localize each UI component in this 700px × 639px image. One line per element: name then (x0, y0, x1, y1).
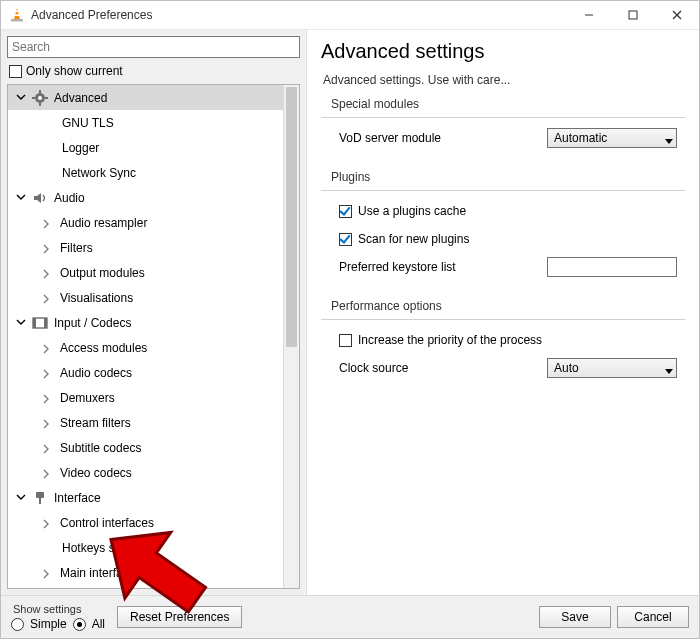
chevron-right-icon[interactable] (42, 468, 52, 478)
tree-item-access-modules[interactable]: Access modules (8, 335, 284, 360)
minimize-button[interactable] (567, 1, 611, 29)
svg-rect-11 (39, 103, 41, 106)
group-performance: Performance options Increase the priorit… (321, 299, 685, 390)
tree-cat-playlist[interactable]: Playlist (8, 585, 284, 588)
chevron-right-icon[interactable] (42, 368, 52, 378)
close-button[interactable] (655, 1, 699, 29)
settings-panel: Advanced settings Advanced settings. Use… (307, 30, 699, 595)
tree-scrollbar[interactable] (283, 85, 299, 588)
tree-item-visualisations[interactable]: Visualisations (8, 285, 284, 310)
row-vod-server: VoD server module Automatic (339, 128, 677, 148)
chevron-down-icon[interactable] (16, 492, 28, 504)
chevron-down-icon (665, 134, 673, 148)
tree-item-output-modules[interactable]: Output modules (8, 260, 284, 285)
chevron-right-icon[interactable] (42, 243, 52, 253)
chevron-right-icon[interactable] (42, 518, 52, 528)
tree-item-demuxers[interactable]: Demuxers (8, 385, 284, 410)
increase-priority-checkbox[interactable] (339, 334, 352, 347)
only-show-current-label: Only show current (26, 64, 123, 78)
row-keystore: Preferred keystore list (339, 257, 677, 277)
chevron-right-icon[interactable] (42, 443, 52, 453)
show-settings-label: Show settings (13, 603, 105, 615)
tree-cat-advanced[interactable]: Advanced (8, 85, 284, 110)
page-description: Advanced settings. Use with care... (323, 73, 685, 87)
radio-simple-label[interactable]: Simple (30, 617, 67, 631)
tree-item-audio-filters[interactable]: Filters (8, 235, 284, 260)
chevron-right-icon[interactable] (42, 393, 52, 403)
chevron-right-icon[interactable] (42, 343, 52, 353)
tree-cat-interface[interactable]: Interface (8, 485, 284, 510)
tree-item-logger[interactable]: Logger (8, 135, 284, 160)
svg-rect-18 (36, 492, 44, 498)
svg-rect-19 (39, 498, 41, 504)
tree-item-subtitle-codecs[interactable]: Subtitle codecs (8, 435, 284, 460)
chevron-right-icon[interactable] (42, 218, 52, 228)
page-title: Advanced settings (321, 40, 685, 63)
radio-simple[interactable] (11, 618, 24, 631)
tree-cat-input-codecs[interactable]: Input / Codecs (8, 310, 284, 335)
tree-item-gnu-tls[interactable]: GNU TLS (8, 110, 284, 135)
radio-all[interactable] (73, 618, 86, 631)
row-increase-priority[interactable]: Increase the priority of the process (339, 330, 677, 350)
radio-all-label[interactable]: All (92, 617, 105, 631)
svg-rect-3 (11, 19, 23, 21)
chevron-down-icon[interactable] (16, 317, 28, 329)
svg-marker-14 (34, 193, 41, 203)
save-button[interactable]: Save (539, 606, 611, 628)
vod-server-label: VoD server module (339, 131, 529, 145)
chevron-down-icon[interactable] (16, 192, 28, 204)
keystore-label: Preferred keystore list (339, 260, 529, 274)
search-input[interactable] (7, 36, 300, 58)
window-title: Advanced Preferences (31, 8, 152, 22)
tree-label: Advanced (54, 91, 107, 105)
group-plugins: Plugins Use a plugins cache Scan for new… (321, 170, 685, 289)
only-show-current-checkbox[interactable] (9, 65, 22, 78)
plugins-cache-checkbox[interactable] (339, 205, 352, 218)
scan-plugins-checkbox[interactable] (339, 233, 352, 246)
svg-rect-5 (629, 11, 637, 19)
tree-item-audio-resampler[interactable]: Audio resampler (8, 210, 284, 235)
cancel-button[interactable]: Cancel (617, 606, 689, 628)
chevron-right-icon[interactable] (42, 268, 52, 278)
brush-icon (32, 490, 48, 506)
svg-marker-0 (14, 8, 20, 19)
tree-item-control-interfaces[interactable]: Control interfaces (8, 510, 284, 535)
tree-item-stream-filters[interactable]: Stream filters (8, 410, 284, 435)
svg-rect-1 (15, 11, 19, 13)
svg-point-9 (38, 96, 42, 100)
vod-server-combo[interactable]: Automatic (547, 128, 677, 148)
scrollbar-thumb[interactable] (286, 87, 297, 347)
tree-label: Audio (54, 191, 85, 205)
preferences-window: Advanced Preferences Only show current A… (0, 0, 700, 639)
row-scan-plugins[interactable]: Scan for new plugins (339, 229, 677, 249)
tree-cat-audio[interactable]: Audio (8, 185, 284, 210)
left-panel: Only show current Advanced GNU TLS Logge… (1, 30, 307, 595)
keystore-input[interactable] (547, 257, 677, 277)
dialog-bottom-bar: Show settings Simple All Reset Preferenc… (1, 595, 699, 638)
row-plugins-cache[interactable]: Use a plugins cache (339, 201, 677, 221)
svg-rect-17 (44, 318, 47, 328)
tree-item-network-sync[interactable]: Network Sync (8, 160, 284, 185)
only-show-current-row[interactable]: Only show current (9, 64, 300, 78)
tree-item-video-codecs[interactable]: Video codecs (8, 460, 284, 485)
dialog-body: Only show current Advanced GNU TLS Logge… (1, 30, 699, 595)
maximize-button[interactable] (611, 1, 655, 29)
tree-label: Interface (54, 491, 101, 505)
clock-source-combo[interactable]: Auto (547, 358, 677, 378)
tree-item-hotkeys-settings[interactable]: Hotkeys settings (8, 535, 284, 560)
group-title: Performance options (331, 299, 685, 313)
tree-item-audio-codecs[interactable]: Audio codecs (8, 360, 284, 385)
combo-value: Auto (554, 361, 579, 375)
tree-item-main-interfaces[interactable]: Main interfa (8, 560, 284, 585)
gear-icon (32, 90, 48, 106)
preferences-tree: Advanced GNU TLS Logger Network Sync Aud… (7, 84, 300, 589)
reset-preferences-button[interactable]: Reset Preferences (117, 606, 242, 628)
speaker-icon (32, 190, 48, 206)
chevron-down-icon (665, 364, 673, 378)
window-controls (567, 1, 699, 29)
chevron-right-icon[interactable] (42, 293, 52, 303)
chevron-right-icon[interactable] (42, 568, 52, 578)
combo-value: Automatic (554, 131, 607, 145)
chevron-down-icon[interactable] (16, 92, 28, 104)
chevron-right-icon[interactable] (42, 418, 52, 428)
